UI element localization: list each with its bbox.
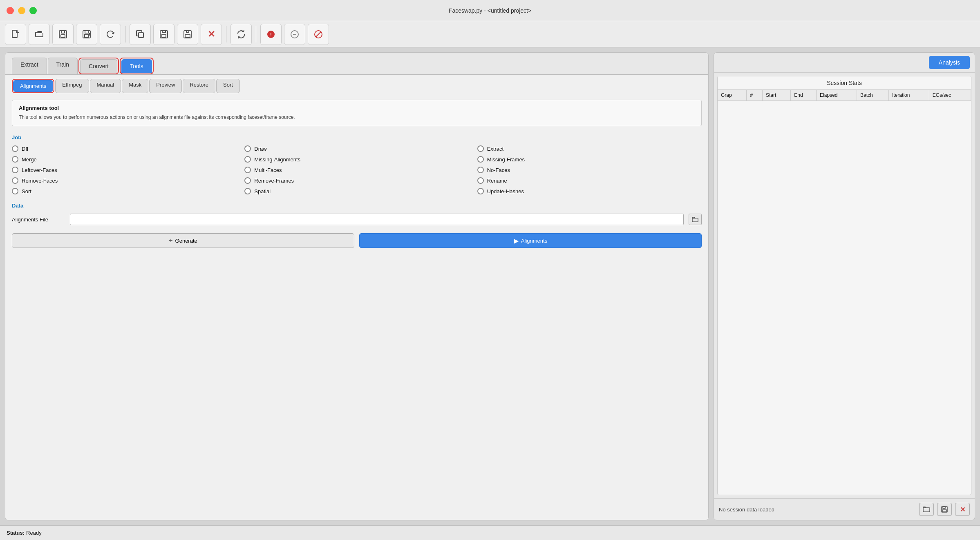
radio-multi-faces-circle[interactable] bbox=[244, 167, 251, 173]
col-egsec: EGs/sec bbox=[929, 90, 971, 101]
radio-missing-alignments[interactable]: Missing-Alignments bbox=[244, 156, 469, 163]
save-as-button[interactable] bbox=[76, 24, 97, 45]
save-button[interactable] bbox=[52, 24, 74, 45]
svg-rect-2 bbox=[61, 31, 65, 33]
tab-extract[interactable]: Extract bbox=[12, 58, 47, 74]
info-box-title: Alignments tool bbox=[19, 105, 695, 111]
radio-missing-frames-circle[interactable] bbox=[477, 156, 484, 163]
radio-remove-faces-circle[interactable] bbox=[12, 177, 18, 184]
analysis-button[interactable]: Analysis bbox=[929, 56, 970, 69]
reload-button[interactable] bbox=[100, 24, 121, 45]
copy-button[interactable] bbox=[130, 24, 151, 45]
radio-remove-frames[interactable]: Remove-Frames bbox=[244, 177, 469, 184]
sub-tab-mask[interactable]: Mask bbox=[122, 79, 148, 93]
col-batch: Batch bbox=[857, 90, 888, 101]
open-folder-button[interactable] bbox=[29, 24, 50, 45]
alignments-button[interactable]: ▶ Alignments bbox=[359, 233, 702, 248]
main-content: Extract Train Convert Tools Alignments E… bbox=[0, 47, 980, 525]
footer-open-button[interactable] bbox=[919, 503, 934, 516]
radio-rename-circle[interactable] bbox=[477, 177, 484, 184]
radio-no-faces[interactable]: No-Faces bbox=[477, 167, 702, 173]
radio-sort-label: Sort bbox=[22, 188, 31, 194]
data-section-label: Data bbox=[12, 203, 702, 209]
sub-tab-restore[interactable]: Restore bbox=[183, 79, 215, 93]
radio-merge-circle[interactable] bbox=[12, 156, 18, 163]
radio-merge[interactable]: Merge bbox=[12, 156, 236, 163]
sub-tab-preview[interactable]: Preview bbox=[149, 79, 182, 93]
tab-convert[interactable]: Convert bbox=[80, 59, 117, 73]
save-project-button[interactable] bbox=[177, 24, 198, 45]
save-copy-button[interactable] bbox=[153, 24, 175, 45]
radio-remove-frames-circle[interactable] bbox=[244, 177, 251, 184]
right-panel: Analysis Session Stats Grap # Start End … bbox=[714, 52, 975, 520]
alignments-file-browse-button[interactable] bbox=[689, 214, 702, 225]
col-num: # bbox=[747, 90, 763, 101]
svg-rect-3 bbox=[61, 35, 65, 38]
sub-tab-manual[interactable]: Manual bbox=[90, 79, 121, 93]
alignments-file-input[interactable] bbox=[70, 214, 684, 225]
footer-clear-button[interactable]: ✕ bbox=[955, 503, 970, 516]
right-panel-footer: No session data loaded ✕ bbox=[714, 498, 975, 520]
radio-sort[interactable]: Sort bbox=[12, 188, 236, 194]
footer-status: No session data loaded bbox=[719, 507, 916, 513]
svg-rect-23 bbox=[943, 507, 945, 509]
tool-content: Alignments tool This tool allows you to … bbox=[5, 93, 708, 254]
radio-rename-label: Rename bbox=[487, 178, 507, 184]
radio-missing-frames[interactable]: Missing-Frames bbox=[477, 156, 702, 163]
icon-red-button[interactable]: ! bbox=[260, 24, 282, 45]
info-box: Alignments tool This tool allows you to … bbox=[12, 100, 702, 126]
right-panel-header: Analysis bbox=[714, 53, 975, 73]
radio-missing-frames-label: Missing-Frames bbox=[487, 156, 525, 163]
clear-button[interactable]: ✕ bbox=[201, 24, 222, 45]
radio-update-hashes[interactable]: Update-Hashes bbox=[477, 188, 702, 194]
toolbar-separator-3 bbox=[256, 26, 256, 42]
tab-tools[interactable]: Tools bbox=[121, 59, 152, 73]
svg-rect-21 bbox=[923, 508, 930, 512]
icon-minus-button[interactable] bbox=[284, 24, 305, 45]
generate-label: Generate bbox=[175, 238, 197, 244]
alignments-file-row: Alignments File bbox=[12, 214, 702, 225]
footer-save-button[interactable] bbox=[937, 503, 952, 516]
refresh-button[interactable] bbox=[230, 24, 252, 45]
radio-leftover-faces[interactable]: Leftover-Faces bbox=[12, 167, 236, 173]
svg-rect-10 bbox=[162, 35, 166, 38]
alignments-label: Alignments bbox=[521, 238, 547, 244]
radio-draw[interactable]: Draw bbox=[244, 145, 469, 152]
generate-button[interactable]: + Generate bbox=[12, 233, 354, 248]
sub-tab-effmpeg[interactable]: Effmpeg bbox=[55, 79, 89, 93]
status-label: Status: bbox=[7, 530, 25, 536]
tab-train[interactable]: Train bbox=[48, 58, 78, 74]
radio-rename[interactable]: Rename bbox=[477, 177, 702, 184]
radio-leftover-faces-label: Leftover-Faces bbox=[22, 167, 57, 173]
radio-extract-circle[interactable] bbox=[477, 145, 484, 152]
radio-draw-circle[interactable] bbox=[244, 145, 251, 152]
titlebar-buttons bbox=[7, 7, 37, 14]
icon-ban-button[interactable] bbox=[308, 24, 329, 45]
new-file-button[interactable] bbox=[5, 24, 26, 45]
radio-extract[interactable]: Extract bbox=[477, 145, 702, 152]
minimize-button[interactable] bbox=[18, 7, 25, 14]
close-button[interactable] bbox=[7, 7, 14, 14]
radio-remove-faces-label: Remove-Faces bbox=[22, 178, 58, 184]
radio-remove-faces[interactable]: Remove-Faces bbox=[12, 177, 236, 184]
tab-content: Alignments Effmpeg Manual Mask Preview R… bbox=[5, 74, 708, 520]
radio-dfl-circle[interactable] bbox=[12, 145, 18, 152]
radio-spatial-circle[interactable] bbox=[244, 188, 251, 194]
main-tab-bar: Extract Train Convert Tools bbox=[5, 53, 708, 74]
svg-rect-12 bbox=[185, 35, 190, 38]
radio-dfl[interactable]: Dfl bbox=[12, 145, 236, 152]
radio-spatial[interactable]: Spatial bbox=[244, 188, 469, 194]
radio-update-hashes-circle[interactable] bbox=[477, 188, 484, 194]
radio-extract-label: Extract bbox=[487, 146, 503, 152]
svg-rect-6 bbox=[85, 35, 89, 38]
maximize-button[interactable] bbox=[29, 7, 37, 14]
radio-multi-faces[interactable]: Multi-Faces bbox=[244, 167, 469, 173]
radio-missing-alignments-circle[interactable] bbox=[244, 156, 251, 163]
sub-tab-alignments[interactable]: Alignments bbox=[13, 80, 53, 92]
radio-sort-circle[interactable] bbox=[12, 188, 18, 194]
svg-rect-24 bbox=[942, 510, 946, 512]
radio-leftover-faces-circle[interactable] bbox=[12, 167, 18, 173]
sub-tab-sort[interactable]: Sort bbox=[216, 79, 240, 93]
radio-no-faces-circle[interactable] bbox=[477, 167, 484, 173]
job-section-label: Job bbox=[12, 134, 702, 141]
